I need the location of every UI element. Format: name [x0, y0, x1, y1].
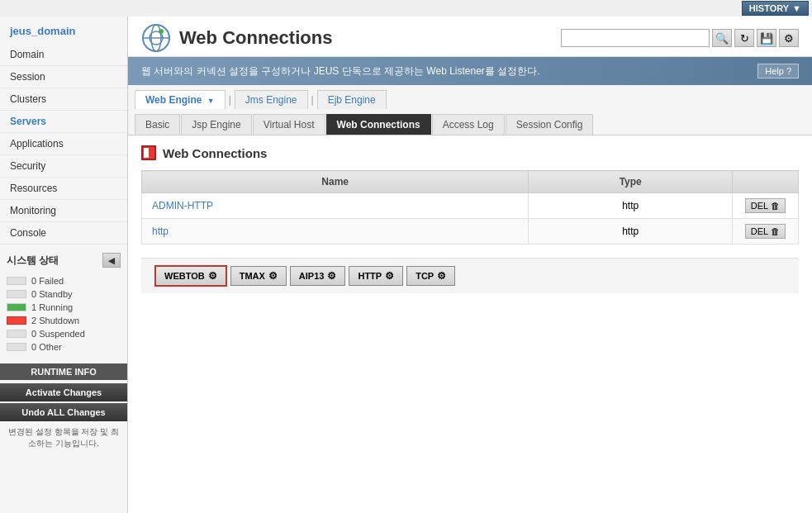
row-name-link-0[interactable]: ADMIN-HTTP: [152, 200, 213, 211]
page-content: Web Connections Name Type ADMIN-HTTP htt…: [128, 135, 812, 513]
webtob-button[interactable]: WEBTOB ⚙: [154, 265, 227, 287]
content-title-area: Web Connections: [141, 23, 332, 53]
activate-changes-button[interactable]: Activate Changes: [0, 383, 127, 401]
running-label: 1 Running: [31, 302, 73, 312]
status-rows: 0 Failed 0 Standby 1 Running 2 Shutdown …: [7, 274, 121, 354]
status-row-running: 1 Running: [7, 301, 121, 314]
failed-indicator: [7, 277, 26, 285]
standby-label: 0 Standby: [31, 289, 73, 299]
sidebar-item-servers[interactable]: Servers: [0, 111, 127, 133]
refresh-button[interactable]: ↻: [734, 29, 754, 47]
history-button[interactable]: HISTORY ▼: [742, 1, 809, 16]
other-indicator: [7, 343, 26, 351]
shutdown-indicator: [7, 316, 26, 325]
standby-indicator: [7, 290, 26, 298]
tab-divider-2: |: [308, 95, 317, 105]
history-label: HISTORY: [749, 3, 789, 13]
system-status-section: 시스템 상태 ◀ 0 Failed 0 Standby 1 Running: [0, 245, 127, 359]
sub-tabs: Basic Jsp Engine Virtual Host Web Connec…: [135, 114, 805, 135]
subtab-virtual-host[interactable]: Virtual Host: [253, 114, 325, 135]
del-button-0[interactable]: DEL 🗑: [745, 198, 786, 213]
web-connections-table: Name Type ADMIN-HTTP http DEL 🗑 http htt…: [141, 170, 799, 245]
sidebar-item-session[interactable]: Session: [0, 66, 127, 88]
tabs-container: Web Engine ▼ | Jms Engine | Ejb Engine B…: [128, 85, 812, 135]
col-name-header: Name: [142, 171, 529, 193]
status-row-standby: 0 Standby: [7, 287, 121, 301]
suspended-indicator: [7, 330, 26, 338]
main-layout: jeus_domain Domain Session Clusters Serv…: [0, 17, 812, 513]
cell-action-0: DEL 🗑: [733, 193, 799, 219]
status-row-shutdown: 2 Shutdown: [7, 314, 121, 327]
sidebar: jeus_domain Domain Session Clusters Serv…: [0, 17, 128, 513]
subtab-access-log[interactable]: Access Log: [432, 114, 505, 135]
other-label: 0 Other: [31, 342, 62, 352]
top-bar: HISTORY ▼: [0, 0, 812, 17]
col-type-header: Type: [529, 171, 733, 193]
save-button[interactable]: 💾: [757, 29, 776, 47]
subtab-jsp-engine[interactable]: Jsp Engine: [181, 114, 251, 135]
aip13-button[interactable]: AIP13 ⚙: [290, 266, 346, 286]
suspended-label: 0 Suspended: [31, 329, 85, 339]
bottom-buttons: WEBTOB ⚙ TMAX ⚙ AIP13 ⚙ HTTP ⚙ TCP ⚙: [141, 258, 799, 293]
status-row-other: 0 Other: [7, 340, 121, 354]
content-header: Web Connections 🔍 ↻ 💾 ⚙: [128, 17, 812, 57]
flag-icon: [143, 147, 154, 159]
failed-label: 0 Failed: [31, 276, 64, 286]
table-row: http http DEL 🗑: [142, 219, 799, 245]
sidebar-item-clusters[interactable]: Clusters: [0, 88, 127, 111]
status-row-suspended: 0 Suspended: [7, 327, 121, 340]
sidebar-item-resources[interactable]: Resources: [0, 178, 127, 200]
cell-action-1: DEL 🗑: [733, 219, 799, 245]
row-name-link-1[interactable]: http: [152, 226, 169, 237]
engine-tabs: Web Engine ▼ | Jms Engine | Ejb Engine: [135, 90, 805, 109]
undo-changes-button[interactable]: Undo ALL Changes: [0, 403, 127, 421]
sidebar-item-security[interactable]: Security: [0, 155, 127, 178]
col-action-header: [733, 171, 799, 193]
sidebar-item-monitoring[interactable]: Monitoring: [0, 200, 127, 222]
table-row: ADMIN-HTTP http DEL 🗑: [142, 193, 799, 219]
svg-rect-6: [144, 148, 149, 158]
sidebar-item-applications[interactable]: Applications: [0, 133, 127, 155]
http-gear-icon: ⚙: [385, 270, 394, 282]
tab-ejb-engine[interactable]: Ejb Engine: [317, 90, 387, 109]
aip13-gear-icon: ⚙: [327, 270, 336, 282]
del-icon-0: 🗑: [771, 201, 780, 211]
sidebar-note: 변경된 설정 항목을 저장 및 최소하는 기능입니다.: [0, 421, 127, 454]
cell-type-0: http: [529, 193, 733, 219]
search-input[interactable]: [561, 29, 710, 47]
sidebar-domain[interactable]: jeus_domain: [0, 17, 127, 44]
section-title-text: Web Connections: [163, 146, 267, 160]
page-title: Web Connections: [179, 27, 332, 49]
system-status-header: 시스템 상태 ◀: [7, 249, 121, 271]
chevron-down-icon: ▼: [792, 3, 801, 13]
tmax-button[interactable]: TMAX ⚙: [230, 266, 287, 286]
status-row-failed: 0 Failed: [7, 274, 121, 287]
content-area: Web Connections 🔍 ↻ 💾 ⚙ 웹 서버와의 커넥션 설정을 구…: [128, 17, 812, 513]
info-banner: 웹 서버와의 커넥션 설정을 구성하거나 JEUS 단독으로 제공하는 Web …: [128, 57, 812, 85]
webtob-gear-icon: ⚙: [208, 270, 217, 282]
cell-type-1: http: [529, 219, 733, 245]
http-button[interactable]: HTTP ⚙: [349, 266, 403, 286]
search-button[interactable]: 🔍: [712, 29, 732, 47]
sidebar-item-console[interactable]: Console: [0, 222, 127, 245]
del-icon-1: 🗑: [771, 226, 780, 236]
tcp-gear-icon: ⚙: [437, 270, 446, 282]
subtab-basic[interactable]: Basic: [135, 114, 180, 135]
running-indicator: [7, 303, 26, 311]
search-bar: 🔍 ↻ 💾 ⚙: [561, 29, 799, 47]
system-status-label: 시스템 상태: [7, 254, 59, 268]
config-button[interactable]: ⚙: [779, 29, 799, 47]
svg-point-4: [159, 29, 164, 34]
del-button-1[interactable]: DEL 🗑: [745, 224, 786, 239]
cell-name-1: http: [142, 219, 529, 245]
sidebar-item-domain[interactable]: Domain: [0, 44, 127, 66]
tab-web-engine[interactable]: Web Engine ▼: [135, 90, 226, 109]
shutdown-label: 2 Shutdown: [31, 316, 79, 325]
status-toggle-button[interactable]: ◀: [102, 253, 121, 268]
subtab-session-config[interactable]: Session Config: [506, 114, 594, 135]
tab-jms-engine[interactable]: Jms Engine: [235, 90, 308, 109]
help-button[interactable]: Help ?: [757, 64, 799, 78]
subtab-web-connections[interactable]: Web Connections: [326, 114, 431, 135]
tcp-button[interactable]: TCP ⚙: [406, 266, 455, 286]
tmax-gear-icon: ⚙: [268, 270, 278, 282]
